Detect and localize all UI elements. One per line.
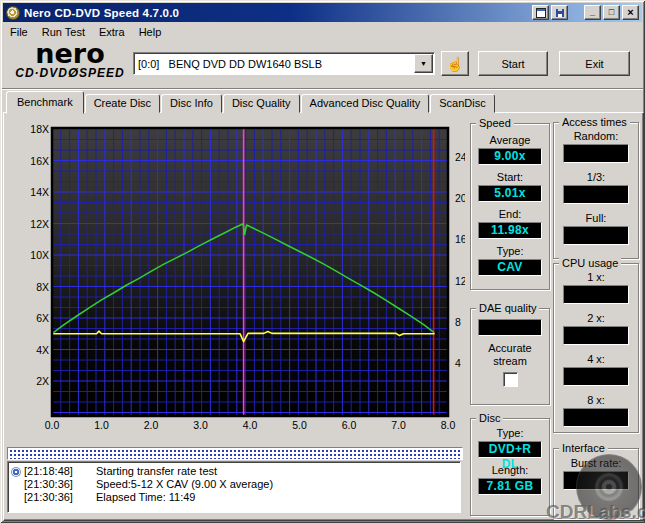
toolbar-divider [2, 88, 643, 90]
svg-text:10X: 10X [30, 249, 49, 261]
accurate-stream-label-line1: Accurate [471, 342, 549, 355]
tab-advanced-disc-quality[interactable]: Advanced Disc Quality [301, 94, 430, 113]
speed-panel: Speed Average 9.00x Start: 5.01x End: 11… [470, 123, 550, 290]
svg-text:6X: 6X [36, 312, 49, 324]
minimize-button[interactable]: _ [584, 5, 601, 20]
svg-text:16X: 16X [30, 155, 49, 167]
maximize-button[interactable]: □ [603, 5, 620, 20]
disc-length-value: 7.81 GB [478, 478, 542, 495]
cpu-1x-label: 1 x: [554, 271, 638, 284]
disc-length-label: Length: [471, 464, 549, 477]
drive-selector-dropdown-button[interactable]: ▼ [414, 54, 433, 73]
svg-text:2.0: 2.0 [144, 419, 159, 431]
cpu-4x-label: 4 x: [554, 353, 638, 366]
tab-disc-info[interactable]: Disc Info [161, 94, 222, 113]
access-times-panel: Access times Random: 1/3: Full: [553, 122, 639, 259]
average-label: Average [471, 134, 549, 147]
dae-quality-title: DAE quality [476, 302, 539, 314]
svg-text:8X: 8X [36, 281, 49, 293]
interface-panel: Interface Burst rate: [553, 448, 639, 519]
svg-text:16: 16 [455, 233, 465, 245]
tab-create-disc[interactable]: Create Disc [85, 94, 160, 113]
cpu-4x-value [563, 367, 629, 386]
close-icon: × [627, 8, 633, 17]
test-disc-icon [11, 467, 21, 477]
chart-window-button[interactable] [532, 5, 549, 20]
svg-text:3.0: 3.0 [193, 419, 208, 431]
floppy-icon [556, 9, 564, 17]
transfer-rate-chart: 18X16X14X12X10X8X6X4X2X24201612840.01.02… [25, 118, 465, 433]
full-access-value [563, 226, 629, 245]
start-label: Start: [471, 171, 549, 184]
svg-text:8.0: 8.0 [441, 419, 456, 431]
svg-text:14X: 14X [30, 186, 49, 198]
disc-type-value: DVD+R DL [478, 441, 542, 458]
random-access-label: Random: [554, 130, 638, 143]
progress-bar [7, 447, 463, 460]
save-results-button[interactable] [551, 5, 568, 20]
hand-icon: ☝ [446, 56, 463, 72]
accurate-stream-checkbox[interactable] [503, 372, 518, 387]
burst-rate-label: Burst rate: [554, 457, 638, 470]
title-bar: Nero CD-DVD Speed 4.7.0.0 _ □ × [3, 3, 642, 22]
app-window: Nero CD-DVD Speed 4.7.0.0 _ □ × File Run… [0, 0, 645, 523]
tab-bar: Benchmark Create Disc Disc Info Disc Qua… [6, 92, 496, 113]
random-access-value [563, 144, 629, 163]
cpu-2x-label: 2 x: [554, 312, 638, 325]
speed-panel-title: Speed [476, 117, 514, 129]
end-label: End: [471, 208, 549, 221]
minimize-icon: _ [590, 8, 595, 17]
svg-text:5.0: 5.0 [292, 419, 307, 431]
window-title: Nero CD-DVD Speed 4.7.0.0 [24, 7, 530, 19]
dae-quality-panel: DAE quality Accurate stream [470, 308, 550, 405]
svg-text:4X: 4X [36, 344, 49, 356]
exit-button[interactable]: Exit [559, 51, 630, 76]
log-entry: [21:18:48] Starting transfer rate test [8, 465, 460, 478]
drive-selector-value: [0:0] BENQ DVD DD DW1640 BSLB [134, 58, 414, 70]
log-list[interactable]: [21:18:48] Starting transfer rate test [… [7, 461, 461, 513]
cpu-usage-panel: CPU usage 1 x: 2 x: 4 x: 8 x: [553, 263, 639, 433]
options-hand-button[interactable]: ☝ [441, 51, 469, 76]
maximize-icon: □ [609, 8, 614, 17]
svg-text:2X: 2X [36, 375, 49, 387]
svg-text:24: 24 [455, 151, 465, 163]
menu-file[interactable]: File [3, 24, 35, 40]
svg-text:4.0: 4.0 [243, 419, 258, 431]
log-entry: [21:30:36] Elapsed Time: 11:49 [8, 491, 460, 504]
menu-help[interactable]: Help [132, 24, 169, 40]
tab-benchmark[interactable]: Benchmark [6, 91, 84, 114]
disc-type-label: Type: [471, 427, 549, 440]
cpu-2x-value [563, 326, 629, 345]
dae-quality-value [478, 319, 542, 336]
cpu-8x-label: 8 x: [554, 394, 638, 407]
svg-text:12: 12 [455, 275, 465, 287]
chart-icon [536, 8, 546, 18]
interface-title: Interface [559, 442, 608, 454]
app-disc-icon [6, 6, 20, 20]
nero-logo-tagline: CD·DVDØSPEED [8, 66, 132, 80]
start-button[interactable]: Start [478, 51, 548, 76]
tab-disc-quality[interactable]: Disc Quality [223, 94, 300, 113]
disc-glyph-icon: Ø [68, 65, 79, 80]
svg-text:8: 8 [455, 316, 461, 328]
nero-logo-name: nero [8, 42, 132, 66]
svg-text:0.0: 0.0 [45, 419, 60, 431]
one-third-access-value [563, 185, 629, 204]
svg-text:7.0: 7.0 [391, 419, 406, 431]
type-label: Type: [471, 245, 549, 258]
one-third-access-label: 1/3: [554, 171, 638, 184]
log-entry: [21:30:36] Speed:5-12 X CAV (9.00 X aver… [8, 478, 460, 491]
cpu-usage-title: CPU usage [559, 257, 621, 269]
svg-text:18X: 18X [30, 123, 49, 135]
close-button[interactable]: × [622, 5, 639, 20]
tab-scandisc[interactable]: ScanDisc [430, 94, 494, 113]
svg-text:6.0: 6.0 [342, 419, 357, 431]
chevron-down-icon: ▼ [420, 60, 427, 67]
drive-selector[interactable]: [0:0] BENQ DVD DD DW1640 BSLB ▼ [133, 52, 435, 75]
cpu-1x-value [563, 285, 629, 304]
nero-logo: nero CD·DVDØSPEED [8, 42, 132, 80]
end-speed-value: 11.98x [478, 222, 542, 239]
accurate-stream-label-line2: stream [471, 355, 549, 368]
svg-text:12X: 12X [30, 218, 49, 230]
disc-panel-title: Disc [476, 412, 503, 424]
